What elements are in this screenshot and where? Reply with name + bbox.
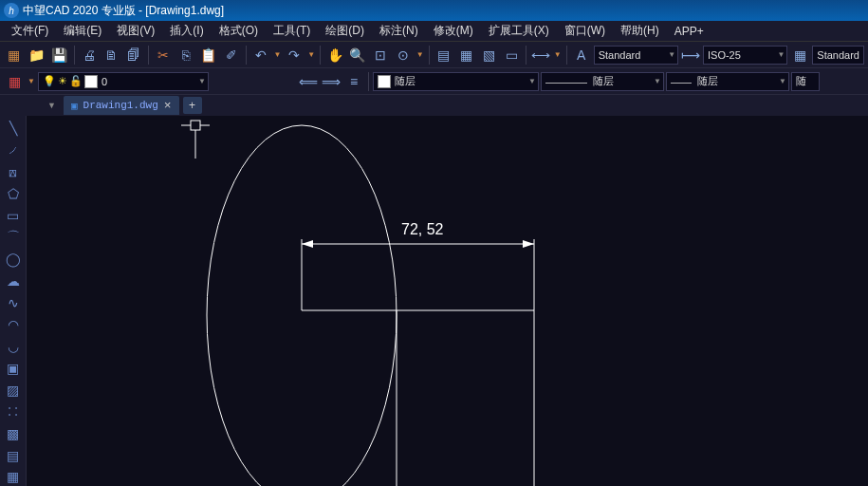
app-logo-icon: h (4, 3, 19, 18)
layer-prev-icon[interactable]: ⟸ (298, 71, 319, 92)
linetype-sample: ———— (545, 76, 587, 87)
publish-icon[interactable]: 🗐 (123, 45, 144, 65)
layer-iso-icon[interactable]: ≡ (343, 71, 364, 92)
table-style-combo[interactable]: Standard (812, 46, 864, 65)
document-tabstrip: ▼ ▣ Drawing1.dwg × + (0, 95, 868, 116)
menu-window[interactable]: 窗口(W) (559, 21, 611, 41)
line-icon[interactable]: ╲ (3, 120, 24, 138)
layer-combo[interactable]: 💡 ☀ 🔓 0 ▼ (38, 72, 209, 91)
tool-palette-icon[interactable]: ▧ (478, 45, 499, 65)
new-tab-button[interactable]: + (183, 97, 202, 114)
layer-dd-icon[interactable]: ▼ (27, 71, 36, 92)
dim-style-value: ISO-25 (708, 49, 741, 61)
dwg-icon: ▣ (71, 100, 78, 112)
zoom-prev-icon[interactable]: ⊙ (393, 45, 414, 65)
hatch-icon[interactable]: ▩ (3, 424, 24, 442)
linetype-value: 随层 (593, 74, 614, 88)
lineweight-sample: —— (671, 76, 692, 87)
separator (526, 46, 526, 65)
rectangle-icon[interactable]: ▭ (3, 207, 24, 225)
linetype-combo[interactable]: ———— 随层 ▼ (541, 72, 664, 91)
lineweight-value: 随层 (697, 74, 718, 88)
dimstyle-icon[interactable]: ⟼ (680, 45, 701, 65)
dim-linear-icon[interactable]: ⟷ (530, 45, 551, 65)
paste-icon[interactable]: 📋 (198, 45, 219, 65)
menu-draw[interactable]: 绘图(D) (320, 21, 370, 41)
undo-icon[interactable]: ↶ (250, 45, 271, 65)
ellipse-arc-icon[interactable]: ◡ (3, 337, 24, 355)
dimension-text[interactable]: 72, 52 (401, 221, 444, 237)
pan-icon[interactable]: ✋ (324, 45, 345, 65)
color-swatch (378, 75, 391, 88)
make-block-icon[interactable]: ▨ (3, 381, 24, 399)
zoom-dd-icon[interactable]: ▼ (416, 45, 425, 65)
circle-icon[interactable]: ◯ (3, 251, 24, 269)
layer-state-icon[interactable]: ⟹ (321, 71, 342, 92)
save-icon[interactable]: 💾 (49, 45, 70, 65)
new-icon[interactable]: ▦ (4, 45, 25, 65)
open-icon[interactable]: 📁 (27, 45, 47, 65)
menu-help[interactable]: 帮助(H) (615, 21, 665, 41)
table-icon[interactable]: ▦ (3, 468, 24, 486)
calc-icon[interactable]: ▭ (501, 45, 522, 65)
chevron-down-icon: ▼ (778, 50, 785, 59)
point-icon[interactable]: ⸬ (3, 402, 24, 421)
document-tab[interactable]: ▣ Drawing1.dwg × (64, 96, 179, 115)
crosshair-cursor (181, 121, 210, 159)
menu-modify[interactable]: 修改(M) (428, 21, 479, 41)
separator (429, 46, 430, 65)
designctr-icon[interactable]: ▦ (455, 45, 476, 65)
xline-icon[interactable]: ⟋ (3, 141, 24, 159)
dim-dd-icon[interactable]: ▼ (553, 45, 563, 65)
menu-file[interactable]: 文件(F) (6, 21, 54, 41)
insert-block-icon[interactable]: ▣ (3, 359, 24, 377)
redo-icon[interactable]: ↷ (284, 45, 305, 65)
ellipse-icon[interactable]: ◠ (3, 315, 24, 333)
polygon-icon[interactable]: ⬠ (3, 185, 24, 203)
copy-icon[interactable]: ⎘ (175, 45, 196, 65)
drawing-content: 72, 52 (27, 116, 868, 486)
spline-icon[interactable]: ∿ (3, 294, 24, 312)
separator (246, 46, 247, 65)
menu-dimension[interactable]: 标注(N) (374, 21, 424, 41)
separator (148, 46, 149, 65)
lock-icon: 🔓 (69, 75, 83, 87)
matchprop-icon[interactable]: ✐ (221, 45, 242, 65)
tab-list-icon[interactable]: ▼ (47, 101, 56, 110)
revcloud-icon[interactable]: ☁ (3, 272, 24, 290)
close-icon[interactable]: × (164, 99, 172, 113)
redo-dd-icon[interactable]: ▼ (306, 45, 316, 65)
color-combo[interactable]: 随层 ▼ (373, 72, 539, 91)
plotstyle-combo[interactable]: 随 (791, 72, 820, 91)
text-style-combo[interactable]: Standard ▼ (594, 46, 678, 65)
polyline-icon[interactable]: ⟎ (3, 163, 24, 181)
menu-app-plus[interactable]: APP+ (669, 23, 710, 40)
lineweight-combo[interactable]: —— 随层 ▼ (666, 72, 789, 91)
zoom-win-icon[interactable]: ⊡ (370, 45, 391, 65)
print-icon[interactable]: 🖨 (79, 45, 100, 65)
menu-insert[interactable]: 插入(I) (164, 21, 209, 41)
tablestyle-icon[interactable]: ▦ (789, 45, 810, 65)
menu-express[interactable]: 扩展工具(X) (483, 21, 555, 41)
menubar: 文件(F) 编辑(E) 视图(V) 插入(I) 格式(O) 工具(T) 绘图(D… (0, 21, 868, 42)
table-style-value: Standard (817, 49, 859, 61)
window-title: 中望CAD 2020 专业版 - [Drawing1.dwg] (23, 3, 224, 19)
menu-tools[interactable]: 工具(T) (268, 21, 316, 41)
menu-edit[interactable]: 编辑(E) (58, 21, 107, 41)
undo-dd-icon[interactable]: ▼ (272, 45, 282, 65)
menu-view[interactable]: 视图(V) (111, 21, 160, 41)
dim-style-combo[interactable]: ISO-25 ▼ (703, 46, 787, 65)
textstyle-icon[interactable]: A (571, 45, 592, 65)
region-icon[interactable]: ▤ (3, 446, 24, 464)
chevron-down-icon: ▼ (779, 77, 786, 85)
cut-icon[interactable]: ✂ (153, 45, 174, 65)
properties-icon[interactable]: ▤ (434, 45, 454, 65)
zoom-rt-icon[interactable]: 🔍 (347, 45, 368, 65)
arc-icon[interactable]: ⌒ (3, 229, 24, 247)
menu-format[interactable]: 格式(O) (213, 21, 264, 41)
chevron-down-icon: ▼ (654, 77, 661, 85)
layer-manager-icon[interactable]: ▦ (4, 71, 25, 92)
drawing-canvas[interactable]: 72, 52 (27, 116, 868, 486)
print-preview-icon[interactable]: 🗎 (101, 45, 121, 65)
plotstyle-label: 随 (796, 74, 806, 88)
